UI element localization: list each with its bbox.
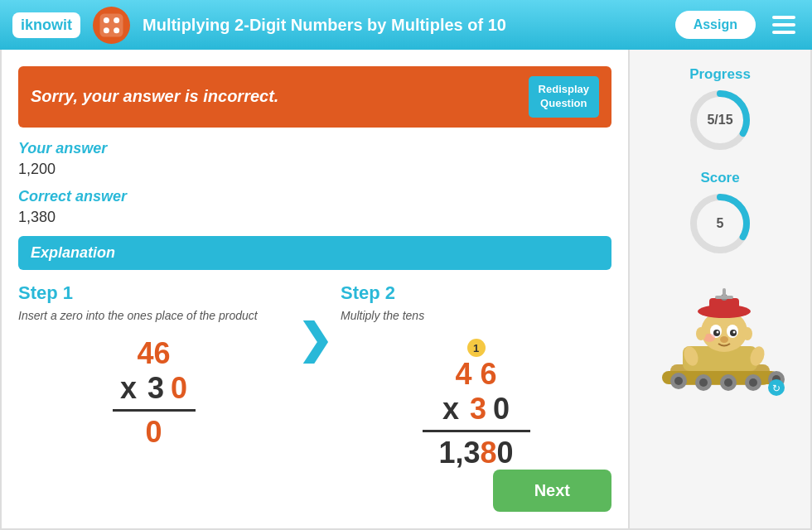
step2-mult-3: 3 xyxy=(470,392,486,426)
logo: iknowit xyxy=(12,12,80,38)
logo-icon xyxy=(93,7,130,44)
progress-label: Progress xyxy=(689,66,751,83)
step1-mult-3: 3 xyxy=(147,371,164,406)
svg-text:↻: ↻ xyxy=(772,383,781,394)
character-svg: ↻ xyxy=(654,282,786,398)
svg-point-36 xyxy=(696,327,706,340)
svg-point-4 xyxy=(114,27,119,33)
step2-mult-0: 0 xyxy=(493,392,510,426)
svg-point-12 xyxy=(674,377,683,385)
step1-underline xyxy=(113,409,196,412)
correct-answer-value: 1,380 xyxy=(18,209,611,226)
step2-result-orange: 8 xyxy=(480,436,496,470)
step1-subtitle: Insert a zero into the ones place of the… xyxy=(18,308,289,325)
left-panel: Sorry, your answer is incorrect. Redispl… xyxy=(0,50,630,530)
step2-underline xyxy=(423,430,530,432)
dice-svg xyxy=(97,11,126,40)
svg-point-16 xyxy=(724,378,732,387)
step2-result-black: 1,3 xyxy=(438,436,480,470)
correct-answer-label: Correct answer xyxy=(18,188,611,205)
menu-line-2 xyxy=(772,23,795,26)
step2-title: Step 2 xyxy=(341,282,611,304)
svg-point-34 xyxy=(720,336,728,343)
svg-point-14 xyxy=(699,378,708,387)
svg-rect-0 xyxy=(100,13,123,36)
steps-container: Step 1 Insert a zero into the ones place… xyxy=(18,282,611,471)
redisplay-button[interactable]: RedisplayQuestion xyxy=(529,76,599,118)
step2-x: x xyxy=(442,392,459,426)
step2-subtitle: Multiply the tens xyxy=(341,308,611,325)
next-button-container: Next xyxy=(493,470,611,512)
assign-button[interactable]: Assign xyxy=(675,11,756,39)
score-section: Score 5 xyxy=(687,170,753,257)
character-image: ↻ xyxy=(654,282,786,398)
svg-point-2 xyxy=(114,17,119,22)
step2-top: 4 1 6 xyxy=(455,357,496,392)
step1-mult-0: 0 xyxy=(171,371,187,406)
right-sidebar: Progress 5/15 Score 5 xyxy=(630,50,812,530)
progress-circle: 5/15 xyxy=(687,87,753,153)
step2-result: 1,380 xyxy=(438,436,513,470)
next-button[interactable]: Next xyxy=(493,470,611,512)
incorrect-banner: Sorry, your answer is incorrect. Redispl… xyxy=(18,66,611,128)
main-layout: Sorry, your answer is incorrect. Redispl… xyxy=(0,50,812,530)
explanation-title: Explanation xyxy=(31,244,115,261)
score-label: Score xyxy=(700,170,739,186)
step2-mult-row: x 30 xyxy=(442,392,510,426)
step2-top-row: 4 1 6 xyxy=(455,336,496,392)
your-answer-value: 1,200 xyxy=(18,161,611,178)
step1-title: Step 1 xyxy=(18,282,289,304)
svg-point-18 xyxy=(749,378,757,387)
lesson-title: Multiplying 2-Digit Numbers by Multiples… xyxy=(143,16,663,35)
svg-point-37 xyxy=(742,327,752,340)
svg-point-1 xyxy=(104,17,109,22)
progress-section: Progress 5/15 xyxy=(687,66,753,153)
score-circle: 5 xyxy=(687,190,753,257)
svg-rect-27 xyxy=(715,296,733,299)
svg-point-33 xyxy=(733,331,736,334)
step1-top-row: 46 xyxy=(137,336,170,371)
step1-result: 0 xyxy=(145,415,162,450)
explanation-header: Explanation xyxy=(18,236,611,270)
your-answer-label: Your answer xyxy=(18,140,611,157)
step-2: Step 2 Multiply the tens 4 1 6 x 30 xyxy=(341,282,611,471)
menu-line-1 xyxy=(772,16,795,19)
svg-point-3 xyxy=(104,27,109,33)
progress-value: 5/15 xyxy=(707,113,732,128)
score-value: 5 xyxy=(717,216,724,231)
menu-button[interactable] xyxy=(768,12,800,38)
step1-math: 46 x 30 0 xyxy=(18,336,289,450)
menu-line-3 xyxy=(772,31,795,34)
step1-x: x xyxy=(120,371,137,406)
step-1: Step 1 Insert a zero into the ones place… xyxy=(18,282,289,450)
app-header: iknowit Multiplying 2-Digit Numbers by M… xyxy=(0,0,812,50)
step1-mult-row: x 30 xyxy=(120,371,187,406)
carry-badge: 1 xyxy=(467,339,486,357)
step2-result-end: 0 xyxy=(497,436,514,470)
arrow-icon: ❯ xyxy=(297,316,332,364)
step1-top: 46 xyxy=(137,336,170,371)
step-arrow: ❯ xyxy=(297,282,332,364)
step2-math: 4 1 6 x 30 1,380 xyxy=(341,336,611,470)
incorrect-message: Sorry, your answer is incorrect. xyxy=(31,87,278,106)
svg-point-32 xyxy=(717,331,719,334)
